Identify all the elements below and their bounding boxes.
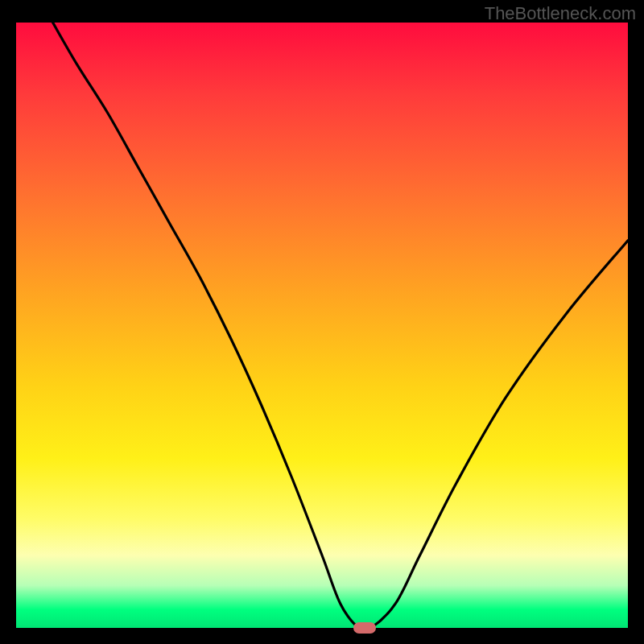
chart-plot-area bbox=[16, 23, 628, 628]
watermark-text: TheBottleneck.com bbox=[485, 3, 636, 24]
chart-curve-svg bbox=[16, 23, 628, 628]
chart-line bbox=[53, 23, 628, 628]
chart-marker bbox=[353, 622, 376, 634]
